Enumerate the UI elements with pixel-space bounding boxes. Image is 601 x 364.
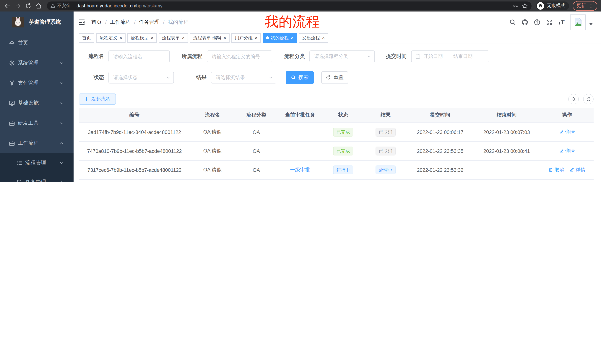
help-icon[interactable] (534, 19, 541, 25)
bookmark-star-icon[interactable] (522, 3, 528, 9)
tab-user-group[interactable]: 用户分组× (231, 33, 261, 42)
table-toolbar: 发起流程 (79, 94, 594, 105)
tab-label: 我的流程 (271, 35, 289, 41)
parent-process-input[interactable] (207, 51, 272, 62)
tab-home[interactable]: 首页 (79, 33, 94, 42)
hamburger-fold-icon[interactable] (78, 18, 85, 26)
tab-start-process[interactable]: 发起流程× (299, 33, 328, 42)
screen: 不安全 dashboard.yudao.iocoder.cn /bpm/task… (0, 0, 601, 182)
url-host: dashboard.yudao.iocoder.cn (77, 3, 135, 8)
github-icon[interactable] (521, 19, 528, 25)
browser-back-button[interactable] (3, 1, 12, 10)
refresh-icon (326, 75, 331, 80)
process-name-field[interactable] (109, 50, 170, 62)
password-key-icon[interactable] (513, 3, 518, 8)
sidebar-item-task-manage[interactable]: 任务管理 (0, 172, 74, 182)
end-date-placeholder: 结束日期 (453, 53, 473, 60)
start-process-button[interactable]: 发起流程 (79, 94, 116, 105)
breadcrumb-item[interactable]: 任务管理 (139, 19, 160, 25)
breadcrumb-item: 我的流程 (168, 19, 189, 25)
column-header: 流程分类 (235, 108, 278, 123)
category-select[interactable]: 请选择流程分类 (310, 50, 375, 62)
browser-forward-button[interactable] (13, 1, 22, 10)
result-badge: 处理中 (376, 165, 396, 174)
cell-status: 进行中 (322, 161, 364, 179)
tab-process-def[interactable]: 流程定义× (96, 33, 126, 42)
close-tab-icon[interactable]: × (322, 36, 325, 40)
browser-update-button[interactable]: 更新 (573, 1, 597, 10)
tab-label: 流程表单-编辑 (193, 35, 221, 41)
process-name-input[interactable] (109, 51, 169, 62)
tab-process-form-edit[interactable]: 流程表单-编辑× (190, 33, 230, 42)
close-tab-icon[interactable]: × (291, 36, 293, 40)
breadcrumb-separator: / (105, 19, 107, 25)
search-button[interactable]: 搜索 (286, 71, 314, 84)
detail-link[interactable]: 详情 (559, 148, 575, 154)
breadcrumb-item[interactable]: 工作流程 (110, 19, 131, 25)
refresh-table-button[interactable] (583, 94, 594, 104)
detail-link[interactable]: 详情 (570, 167, 585, 173)
chevron-down-icon (60, 101, 64, 105)
filter-row-1: 流程名 所属流程 流程分类 请选择流程分类 提交时间 开始日期 - 结束日期 (86, 50, 594, 62)
cell-operations: 详情 (540, 123, 594, 142)
current-task-link[interactable]: 一级审批 (290, 167, 310, 172)
cell-current-task (278, 142, 322, 161)
chevron-up-icon (60, 141, 64, 145)
sidebar-item-home[interactable]: 首页 (0, 33, 74, 53)
kebab-menu-icon[interactable] (588, 3, 594, 8)
parent-process-field[interactable] (207, 50, 272, 62)
avatar[interactable] (570, 14, 586, 30)
op-link-label: 详情 (565, 148, 575, 154)
address-bar[interactable]: 不安全 dashboard.yudao.iocoder.cn /bpm/task… (47, 1, 531, 10)
breadcrumb-item[interactable]: 首页 (91, 19, 102, 25)
search-icon[interactable] (509, 19, 516, 25)
security-label[interactable]: 不安全 (57, 3, 70, 9)
reset-button[interactable]: 重置 (321, 71, 348, 84)
close-tab-icon[interactable]: × (120, 36, 122, 40)
sidebar-item-process-manage[interactable]: 流程管理 (0, 153, 74, 172)
font-size-icon[interactable]: TT (558, 19, 565, 25)
sidebar-item-devtools[interactable]: 研发工具 (0, 113, 74, 133)
tab-process-model[interactable]: 流程模型× (127, 33, 157, 42)
browser-reload-button[interactable] (24, 1, 33, 10)
refresh-icon (586, 97, 591, 102)
tab-process-form[interactable]: 流程表单× (159, 33, 188, 42)
sidebar-item-payment[interactable]: 支付管理 (0, 73, 74, 93)
sidebar-menu: 首页系统管理支付管理基础设施研发工具工作流程流程管理任务管理我的流程待办任务已办… (0, 33, 74, 182)
browser-home-button[interactable] (34, 1, 43, 10)
cell-operations: 取消详情 (540, 161, 594, 179)
close-tab-icon[interactable]: × (224, 36, 226, 40)
close-tab-icon[interactable]: × (255, 36, 257, 40)
status-select[interactable]: 请选择状态 (109, 72, 174, 84)
sidebar-item-system[interactable]: 系统管理 (0, 53, 74, 73)
detail-link[interactable]: 详情 (559, 129, 575, 135)
chevron-up-icon (60, 180, 64, 182)
column-header: 结果 (364, 108, 407, 123)
tab-label: 用户分组 (235, 35, 253, 41)
cell-status: 已完成 (322, 123, 364, 142)
table-row: 7470a810-7b9b-11ec-b5b7-acde48001122OA 请… (79, 142, 594, 161)
chevron-down-icon (60, 81, 64, 85)
cell-submit-time: 2022-01-22 23:53:32 (407, 161, 473, 179)
cell-submit-time: 2022-01-22 23:51:15 (407, 179, 473, 182)
update-label: 更新 (576, 3, 586, 9)
sidebar-item-infra[interactable]: 基础设施 (0, 93, 74, 113)
app-title: 芋道管理系统 (29, 18, 61, 25)
sidebar-item-workflow[interactable]: 工作流程 (0, 133, 74, 153)
close-tab-icon[interactable]: × (182, 36, 185, 40)
gauge-icon (9, 40, 15, 46)
broken-image-icon (574, 18, 581, 26)
sidebar-item-label: 基础设施 (18, 100, 39, 106)
show-search-button[interactable] (568, 94, 579, 104)
fullscreen-icon[interactable] (546, 19, 553, 25)
cell-result: 已取消 (364, 123, 407, 142)
avatar-dropdown-caret-icon[interactable] (589, 23, 593, 25)
column-header: 提交时间 (407, 108, 473, 123)
submit-time-range-picker[interactable]: 开始日期 - 结束日期 (411, 50, 489, 62)
close-tab-icon[interactable]: × (151, 36, 153, 40)
cell-status: 已完成 (322, 142, 364, 161)
cancel-link[interactable]: 取消 (548, 167, 564, 173)
result-select[interactable]: 请选择流结果 (211, 72, 276, 84)
tab-my-process[interactable]: 我的流程× (263, 33, 297, 42)
status-badge: 已完成 (333, 147, 353, 155)
